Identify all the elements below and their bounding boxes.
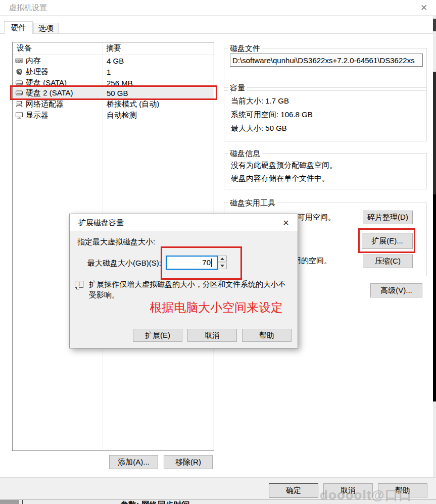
text-caret [211, 259, 212, 267]
capacity-current: 当前大小: 1.7 GB [231, 96, 289, 106]
capacity-free: 系统可用空间: 106.8 GB [231, 110, 313, 120]
device-summary: 1 [107, 68, 111, 76]
device-name: 内存 [26, 56, 41, 66]
arrow-down-icon [220, 265, 224, 267]
display-icon [15, 112, 24, 119]
device-name: 网络适配器 [26, 99, 64, 109]
disk-file-group-label: 磁盘文件 [228, 44, 262, 54]
dialog-close-icon[interactable]: ✕ [280, 217, 292, 228]
expand-disk-capacity-dialog: 扩展磁盘容量 ✕ 指定最大虚拟磁盘大小: 最大磁盘大小(GB)(S): 70 i… [69, 214, 298, 348]
background-window-sliver [433, 19, 436, 31]
device-summary: 256 MB [107, 79, 133, 87]
spin-down-button[interactable] [218, 263, 227, 269]
window-close-icon[interactable]: ✕ [418, 2, 430, 14]
device-name: 硬盘 (SATA) [26, 78, 67, 88]
dialog-info-text: 扩展操作仅增大虚拟磁盘的大小，分区和文件系统的大小不受影响。 [89, 279, 292, 300]
background-strip-divider [22, 500, 23, 504]
device-summary: 自动检测 [107, 111, 137, 120]
background-window-sliver [433, 194, 436, 401]
disk-size-label: 最大磁盘大小(GB)(S): [87, 259, 161, 268]
expand-button[interactable]: 扩展(E)... [362, 233, 413, 249]
capacity-max: 最大大小: 50 GB [231, 124, 287, 133]
cpu-icon [15, 68, 24, 75]
device-name: 显示器 [26, 111, 49, 120]
arrow-up-icon [220, 258, 224, 260]
disk-info-line2: 硬盘内容存储在单个文件中。 [231, 174, 329, 183]
disk-size-input[interactable]: 70 [166, 256, 218, 270]
defrag-text-fragment: 可用空间。 [298, 213, 335, 222]
advanced-button[interactable]: 高级(V)... [370, 283, 422, 297]
device-row-disk2-selected[interactable]: 硬盘 2 (SATA) 50 GB [13, 87, 213, 98]
column-header-device[interactable]: 设备 [17, 43, 32, 53]
disk-info-line1: 没有为此硬盘预分配磁盘空间。 [231, 161, 337, 170]
network-adapter-icon [15, 100, 24, 108]
device-name: 处理器 [26, 67, 49, 77]
disk-size-stepper [218, 256, 227, 270]
help-button[interactable]: 帮助 [378, 483, 427, 497]
disk-icon [15, 89, 24, 96]
device-row-memory[interactable]: 内存 4 GB [13, 55, 213, 66]
device-summary: 桥接模式 (自动) [107, 99, 159, 109]
memory-icon [15, 57, 24, 64]
header-separator [13, 54, 214, 55]
device-summary: 4 GB [107, 57, 124, 65]
add-button[interactable]: 添加(A)... [109, 455, 158, 469]
ok-button[interactable]: 确定 [269, 483, 318, 497]
virtual-machine-settings-window: 虚拟机设置 ✕ 硬件 选项 设备 摘要 内存 4 GB 处理器 1 [0, 0, 436, 504]
device-summary: 50 GB [107, 89, 128, 97]
dialog-help-button[interactable]: 帮助 [242, 329, 292, 342]
background-window-sliver [433, 72, 436, 194]
remove-button[interactable]: 移除(R) [164, 455, 213, 469]
dialog-title: 扩展磁盘容量 [78, 218, 124, 228]
tab-hardware[interactable]: 硬件 [4, 21, 33, 34]
column-header-summary[interactable]: 摘要 [106, 43, 121, 53]
compact-text-fragment: 用的空间。 [294, 256, 331, 266]
cancel-button[interactable]: 取消 [323, 483, 373, 497]
disk-icon [15, 79, 24, 86]
window-title: 虚拟机设置 [9, 3, 47, 13]
dialog-cancel-button[interactable]: 取消 [187, 329, 237, 342]
device-row-network[interactable]: 网络适配器 桥接模式 (自动) [13, 98, 213, 110]
background-strip-block [0, 500, 19, 504]
spin-up-button[interactable] [218, 256, 227, 262]
device-name: 硬盘 2 (SATA) [26, 88, 73, 98]
disk-info-group-label: 磁盘信息 [228, 149, 262, 159]
background-clipped-text: 参数: 网络同步时间 [120, 500, 272, 504]
info-icon: i [75, 281, 83, 288]
compact-button[interactable]: 压缩(C) [363, 255, 413, 268]
disk-file-path-field[interactable]: D:\software\qunhui\DS3622xs+7.2.0-64561\… [230, 54, 423, 67]
device-row-display[interactable]: 显示器 自动检测 [13, 110, 213, 121]
device-row-disk1[interactable]: 硬盘 (SATA) 256 MB [13, 77, 213, 88]
device-row-processor[interactable]: 处理器 1 [13, 66, 213, 77]
dialog-expand-button[interactable]: 扩展(E) [133, 329, 182, 342]
tab-options[interactable]: 选项 [33, 23, 59, 34]
dialog-prompt: 指定最大虚拟磁盘大小: [77, 237, 155, 247]
disk-utilities-group-label: 磁盘实用工具 [228, 198, 277, 208]
disk-size-value: 70 [202, 258, 211, 267]
window-titlebar [0, 0, 436, 16]
tab-strip-line [0, 33, 433, 34]
defragment-button[interactable]: 碎片整理(D) [363, 211, 413, 224]
capacity-group-label: 容量 [228, 83, 247, 93]
red-annotation-text: 根据电脑大小空间来设定 [150, 299, 283, 316]
